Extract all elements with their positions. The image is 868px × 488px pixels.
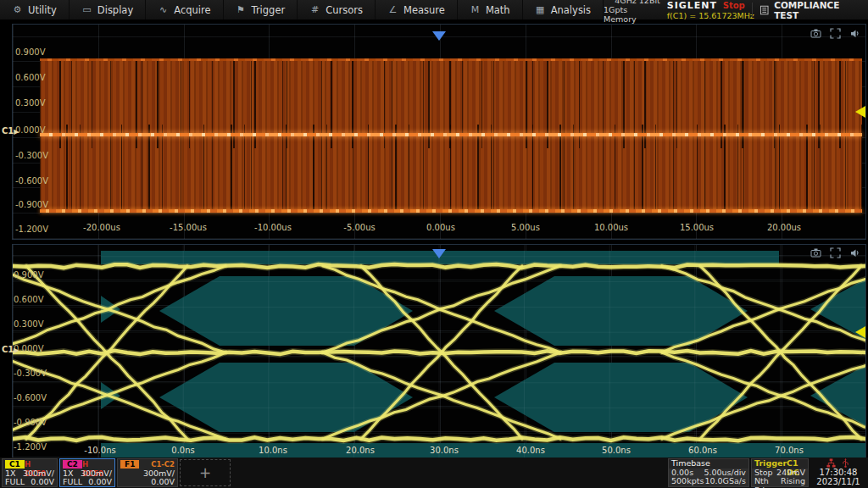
camera-icon[interactable] — [810, 28, 821, 39]
grid1-corner-toolbar — [810, 28, 860, 39]
time-tick-label: -20.00us — [78, 223, 125, 232]
menu-item-label: Utility — [28, 4, 57, 16]
menu-item-cursors[interactable]: #Cursors — [298, 0, 376, 19]
speaker-icon[interactable] — [849, 247, 860, 258]
menu-item-measure[interactable]: ∠Measure — [376, 0, 458, 19]
time-tick-label: 10.0ns — [249, 446, 297, 455]
lan-icon[interactable] — [826, 458, 836, 468]
display-icon: ▭ — [81, 4, 92, 15]
connection-icons — [810, 458, 866, 468]
trigger-level-marker[interactable] — [855, 106, 865, 118]
time-tick-label: 70.0ns — [765, 446, 813, 455]
add-channel-button[interactable]: + — [180, 459, 231, 486]
eye-diagram-grid[interactable] — [12, 244, 866, 458]
memory-label: 1Gpts Memory — [604, 5, 660, 24]
header-divider — [752, 3, 753, 17]
menu-item-display[interactable]: ▭Display — [70, 0, 146, 19]
voltage-tick-label: 0.300V — [14, 319, 43, 329]
voltage-tick-label: 0.300V — [15, 98, 45, 108]
voltage-tick-label: -1.200V — [15, 225, 48, 234]
waveform-zero-line — [40, 133, 862, 136]
trigger-position-marker[interactable] — [432, 31, 446, 41]
utility-icon: ⚙ — [12, 4, 23, 15]
brand-logo: SIGLENT — [667, 0, 717, 11]
menu-item-label: Display — [97, 4, 133, 16]
time-display: 17:30:48 — [810, 468, 866, 477]
voltage-tick-label: -0.900V — [14, 418, 47, 427]
acquisition-info: 4GHz 12Bit 1Gpts Memory — [604, 0, 667, 19]
time-tick-label: 15.00us — [673, 223, 721, 232]
waveform-texture — [40, 125, 862, 209]
function-f1-descriptor[interactable]: F1 C1-C2 300mV/ 0.00V — [117, 458, 178, 487]
date-display: 2023/11/1 — [810, 477, 866, 486]
eye-diagram-plot — [13, 245, 865, 458]
menu-item-analysis[interactable]: ▦Analysis — [523, 0, 604, 19]
time-tick-label: -15.00us — [164, 223, 212, 232]
channel-c1-descriptor[interactable]: C1 H DC50 1X 300mV/ FULL 0.00V — [2, 458, 58, 487]
time-tick-label: 0.00us — [417, 223, 465, 232]
trigger-icon: ⚑ — [236, 4, 247, 15]
trigger-slope: Rising — [781, 477, 805, 486]
trigger-position-marker[interactable] — [432, 249, 446, 258]
expand-icon[interactable] — [830, 247, 841, 258]
usb-icon[interactable] — [841, 458, 850, 468]
trigger-level-marker[interactable] — [855, 326, 865, 338]
compliance-test-label: COMPLIANCE TEST — [774, 0, 863, 20]
menu-item-math[interactable]: MMath — [458, 0, 523, 19]
c2-coupling: H DC50 — [82, 460, 112, 469]
menu-item-trigger[interactable]: ⚑Trigger — [224, 0, 298, 19]
time-tick-label: 50.0ns — [593, 446, 640, 455]
c2-badge: C2 — [63, 460, 82, 469]
math-icon: M — [470, 4, 481, 15]
status-bar: C1 H DC50 1X 300mV/ FULL 0.00V C2 H DC50… — [0, 458, 868, 488]
menu-item-label: Trigger — [252, 4, 286, 16]
menu-item-label: Analysis — [551, 4, 591, 16]
c1-waveform-trace — [40, 58, 862, 213]
clock-area: 17:30:48 2023/11/1 — [810, 458, 866, 487]
c1-offset: 0.00V — [31, 478, 54, 487]
frequency-counter: f(C1) = 15.61723MHz — [667, 11, 745, 20]
menu-item-label: Measure — [403, 4, 445, 16]
camera-icon[interactable] — [810, 247, 821, 258]
channel-c2-descriptor[interactable]: C2 H DC50 1X 300mV/ FULL 0.00V — [59, 458, 115, 487]
voltage-tick-label: 0.900V — [15, 47, 45, 57]
time-tick-label: 10.00us — [587, 223, 635, 232]
cursors-icon: # — [309, 4, 320, 15]
timebase-descriptor[interactable]: Timebase 0.00s 5.00us/div 500kpts 10.0GS… — [668, 458, 749, 487]
menu-item-label: Acquire — [174, 4, 210, 16]
c1-position-marker[interactable]: C1▶ — [2, 345, 19, 354]
compliance-test-button[interactable]: COMPLIANCE TEST — [760, 0, 868, 19]
voltage-tick-label: 0.600V — [14, 295, 43, 304]
mask-region — [101, 443, 865, 458]
timebase-points: 500kpts — [671, 477, 704, 486]
menu-item-acquire[interactable]: ∿Acquire — [146, 0, 223, 19]
c1-badge: C1 — [5, 460, 25, 469]
oscilloscope-screen: ⚙Utility▭Display∿Acquire⚑Trigger#Cursors… — [0, 0, 868, 488]
time-tick-label: 20.00us — [760, 223, 808, 232]
voltage-tick-label: -0.600V — [15, 176, 48, 186]
time-tick-label: 0.0ns — [159, 446, 207, 455]
trigger-descriptor[interactable]: Trigger C1 DC Stop 249mV Nth Edge Rising — [751, 458, 809, 487]
acquire-icon: ∿ — [158, 4, 169, 15]
waveform-top-rail — [40, 58, 862, 61]
voltage-tick-label: -0.600V — [14, 393, 47, 402]
time-tick-label: 30.0ns — [420, 446, 468, 455]
time-tick-label: 60.0ns — [679, 446, 726, 455]
c2-bandwidth: FULL — [63, 478, 82, 487]
time-tick-label: 20.0ns — [337, 446, 384, 455]
c1-position-marker[interactable]: C1▶ — [2, 126, 19, 136]
timebase-sample-rate: 10.0GSa/s — [704, 477, 746, 486]
brand-status-block: SIGLENT Stop f(C1) = 15.61723MHz — [667, 0, 745, 19]
voltage-tick-label: -1.200V — [14, 442, 47, 452]
expand-icon[interactable] — [830, 28, 841, 39]
f1-source: C1-C2 — [151, 460, 175, 469]
time-tick-label: 40.0ns — [507, 446, 554, 455]
main-waveform-grid[interactable] — [12, 24, 866, 240]
acquisition-status: Stop — [723, 1, 745, 10]
menu-item-utility[interactable]: ⚙Utility — [0, 0, 70, 19]
speaker-icon[interactable] — [849, 28, 860, 39]
trigger-type: Nth Edge — [754, 477, 781, 486]
voltage-tick-label: 0.900V — [14, 270, 43, 280]
time-tick-label: 5.00us — [502, 223, 549, 232]
measure-icon: ∠ — [387, 4, 398, 15]
